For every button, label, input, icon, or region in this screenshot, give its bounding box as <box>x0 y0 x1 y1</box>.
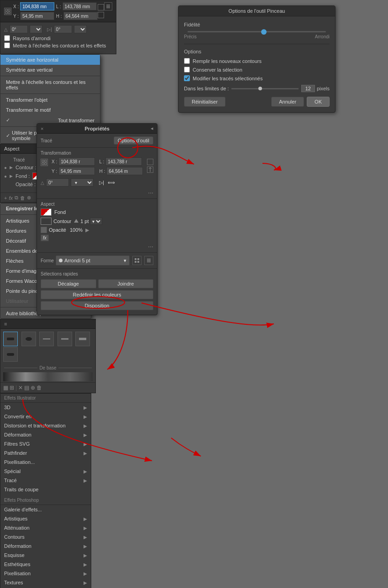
ok-button[interactable]: OK <box>307 97 330 107</box>
mini-l-input[interactable] <box>63 2 97 10</box>
brush-textured <box>3 372 93 381</box>
y-input[interactable] <box>58 167 95 175</box>
contour-preview[interactable] <box>41 218 52 225</box>
cb3-checkbox[interactable] <box>184 75 190 81</box>
mini-link-icon[interactable] <box>98 4 104 10</box>
effets-il-convertir[interactable]: Convertir en▶ <box>0 412 91 421</box>
angle-input[interactable] <box>46 178 69 187</box>
arrow-fond[interactable]: ▶ <box>10 174 13 178</box>
forme-list-icon[interactable] <box>144 256 153 265</box>
three-dots-transform[interactable]: ... <box>41 187 153 196</box>
dispo-button[interactable]: Disposition <box>41 301 153 310</box>
contour-select[interactable]: ▾ <box>90 218 102 225</box>
effets-ps-deformation[interactable]: Déformation▶ <box>0 541 91 551</box>
x-input[interactable] <box>58 157 95 166</box>
brush-list-icon[interactable]: ▤ <box>24 385 29 391</box>
opacite-arrow[interactable]: ▶ <box>85 227 89 233</box>
menu-item-sym-vert[interactable]: Symétrie axe vertical <box>0 65 100 75</box>
fidelite-slider[interactable] <box>188 31 326 32</box>
brush-grid-icon[interactable]: ⊞ <box>10 385 14 391</box>
flip-icon[interactable] <box>147 167 153 173</box>
arrow-deformation-il: ▶ <box>84 432 87 437</box>
effets-ps-contours[interactable]: Contours▶ <box>0 532 91 541</box>
mini-flip-icon[interactable] <box>98 12 104 18</box>
h-label: H : <box>100 169 105 174</box>
effets-ps-textures[interactable]: Textures▶ <box>0 578 91 587</box>
footer-fx[interactable]: fx <box>9 195 13 201</box>
footer-trash[interactable]: ⊗ <box>27 195 31 201</box>
mini-menu-icon[interactable] <box>104 2 112 10</box>
effets-ps-attenuation[interactable]: Atténuation▶ <box>0 523 91 532</box>
brush-tag-icon[interactable]: ⊕ <box>31 385 35 391</box>
brush-menu-icon[interactable]: ≡ <box>4 321 7 327</box>
cancel-button[interactable]: Annuler <box>271 97 304 107</box>
effets-ps-esquisse[interactable]: Esquisse▶ <box>0 551 91 560</box>
mini-cb2-checkbox[interactable] <box>4 42 10 48</box>
mini-y-input[interactable] <box>20 12 54 20</box>
footer-delete[interactable]: 🗑 <box>20 195 25 201</box>
prop-close[interactable]: × <box>41 126 43 131</box>
effets-il-distorsion[interactable]: Distorsion et transformation▶ <box>0 421 91 430</box>
redef-button[interactable]: Redéfinir les couleurs <box>41 290 153 299</box>
l-input[interactable] <box>105 157 142 166</box>
mini-transform-icon <box>4 8 11 15</box>
effets-il-pixellisation[interactable]: Pixellisation... <box>0 458 91 467</box>
arrow-contour[interactable]: ▶ <box>10 165 13 170</box>
footer-copy[interactable]: ⧉ <box>15 195 18 201</box>
menu-item-objet[interactable]: Transformer l'objet <box>0 95 100 105</box>
brush-trash-icon[interactable]: 🗑 <box>37 385 42 391</box>
arrow-convertir: ▶ <box>84 414 87 419</box>
prop-collapse[interactable]: ◂ <box>151 125 153 131</box>
effets-il-traits[interactable]: Traits de coupe <box>0 485 91 494</box>
effets-il-tracé[interactable]: Tracé▶ <box>0 476 91 485</box>
h-input[interactable] <box>106 167 143 175</box>
joindre-button[interactable]: Joindre <box>98 279 154 288</box>
menu-item-motif[interactable]: Transformer le motif <box>0 105 100 115</box>
decalage-button[interactable]: Décalage <box>41 279 96 288</box>
forme-grid-icon[interactable] <box>132 256 142 265</box>
brush-item-3[interactable] <box>39 332 54 346</box>
effets-ps-esthetiques[interactable]: Esthétiques▶ <box>0 560 91 569</box>
brush-item-6[interactable] <box>3 347 18 362</box>
brush-item-5[interactable] <box>75 332 90 346</box>
mini-cb1-checkbox[interactable] <box>4 35 10 41</box>
brush-item-1[interactable] <box>3 332 18 346</box>
menu-item-sym-horiz[interactable]: Symétrie axe horizontal <box>0 55 100 65</box>
effets-ps-pixellisation[interactable]: Pixellisation▶ <box>0 569 91 578</box>
fx-badge[interactable]: fx <box>41 234 49 241</box>
link-icon[interactable] <box>147 159 153 165</box>
effets-il-filtres[interactable]: Filtres SVG▶ <box>0 439 91 448</box>
mini-angle1-input[interactable] <box>10 25 28 33</box>
effets-ps-artistiques[interactable]: Artistiques▶ <box>0 514 91 523</box>
effets-il-deformation[interactable]: Déformation▶ <box>0 430 91 439</box>
mini-h-input[interactable] <box>63 12 98 20</box>
arrow-deformation-ps: ▶ <box>84 544 87 549</box>
footer-add[interactable]: + <box>4 195 7 201</box>
mini-x-input[interactable] <box>20 2 54 10</box>
options-outil-button[interactable]: Options d'outil <box>114 136 153 145</box>
reset-button[interactable]: Réinitialiser <box>184 97 225 107</box>
effets-il-3d[interactable]: 3D▶ <box>0 403 91 412</box>
cb1-checkbox[interactable] <box>184 58 190 64</box>
mini-angle1-select[interactable]: ▾ <box>30 25 42 33</box>
mini-angle2-input[interactable] <box>54 25 72 33</box>
brush-item-4[interactable] <box>58 332 72 346</box>
eye-fond[interactable]: ● <box>4 174 7 179</box>
brush-bar-icon[interactable]: ▦ <box>3 385 8 391</box>
forme-select[interactable]: Arrondi 5 pt ▾ <box>56 255 130 265</box>
effets-ps-galerie[interactable]: Galerie d'effets... <box>0 505 91 514</box>
eye-contour[interactable]: ● <box>4 165 7 170</box>
angle-select[interactable]: ▾ <box>71 178 94 187</box>
transform-title: Transformation <box>41 151 153 156</box>
mini-angle2-select[interactable]: ▾ <box>74 25 87 33</box>
limits-input[interactable] <box>301 85 315 92</box>
effets-il-special[interactable]: Spécial▶ <box>0 467 91 476</box>
svg-rect-13 <box>5 9 7 11</box>
brush-item-2[interactable] <box>21 332 36 346</box>
three-dots-aspect[interactable]: ... <box>41 240 153 250</box>
menu-item-echelle[interactable]: Mettre à l'échelle les contours et les e… <box>0 77 100 93</box>
effets-il-pathfinder[interactable]: Pathfinder▶ <box>0 448 91 458</box>
brush-cross-icon[interactable]: ✕ <box>18 385 23 391</box>
cb2-checkbox[interactable] <box>184 67 190 73</box>
fond-color[interactable] <box>41 208 52 216</box>
